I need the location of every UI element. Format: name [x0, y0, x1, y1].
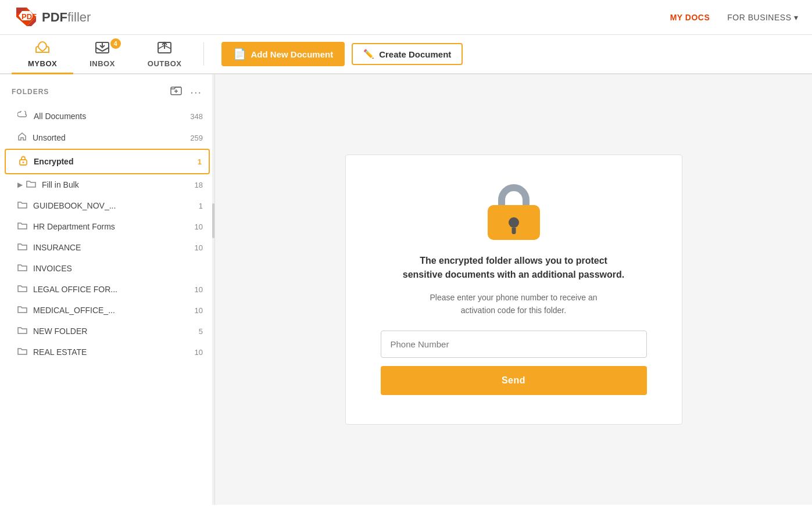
folder-item-guidebook[interactable]: GUIDEBOOK_NOV_... 1 — [0, 195, 214, 216]
add-folder-button[interactable] — [169, 84, 183, 100]
tab-divider — [203, 42, 204, 66]
nav-forbusiness[interactable]: FOR BUSINESS ▾ — [727, 13, 798, 22]
folder-name-encrypted: Encrypted — [34, 157, 198, 166]
folder-name-all-documents: All Documents — [34, 112, 190, 121]
keyhole-stem — [511, 228, 516, 234]
scrollbar-thumb[interactable] — [212, 203, 214, 238]
folder-name-real-estate: REAL ESTATE — [33, 347, 195, 357]
folder-icon-medical — [17, 305, 27, 315]
folder-count-encrypted: 1 — [198, 157, 202, 166]
svg-point-13 — [23, 162, 24, 163]
folder-count-real-estate: 10 — [195, 348, 203, 357]
tab-actions: 📄 Add New Document ✏️ Create Document — [221, 42, 463, 66]
folder-item-hr[interactable]: HR Department Forms 10 — [0, 216, 214, 237]
inbox-badge: 4 — [110, 38, 121, 49]
folder-icon-legal — [17, 284, 27, 295]
add-document-icon: 📄 — [233, 48, 246, 60]
nav-mydocs[interactable]: MY DOCS — [670, 13, 710, 22]
folder-count-new-folder: 5 — [199, 327, 203, 336]
folder-name-hr: HR Department Forms — [33, 222, 195, 231]
encrypted-card: The encrypted folder allows you to prote… — [345, 155, 682, 425]
send-button[interactable]: Send — [381, 366, 647, 395]
folder-item-invoices[interactable]: INVOICES — [0, 258, 214, 279]
folder-item-unsorted[interactable]: Unsorted 259 — [0, 127, 214, 149]
app-header: PDF PDFfiller MY DOCS FOR BUSINESS ▾ — [0, 0, 812, 35]
logo: PDF PDFfiller — [14, 5, 91, 30]
logo-icon: PDF — [14, 5, 38, 30]
encrypted-card-title: The encrypted folder allows you to prote… — [403, 254, 624, 282]
folder-name-guidebook: GUIDEBOOK_NOV_... — [33, 201, 199, 210]
folder-item-real-estate[interactable]: REAL ESTATE 10 — [0, 342, 214, 363]
content-area: The encrypted folder allows you to prote… — [215, 74, 812, 505]
more-options-button[interactable]: ··· — [189, 84, 203, 100]
folder-icon-new — [17, 326, 27, 336]
encrypted-card-subtitle: Please enter your phone number to receiv… — [430, 291, 598, 317]
folder-item-fill-in-bulk[interactable]: ▶ Fill in Bulk 18 — [0, 174, 214, 195]
folder-name-fill-in-bulk: Fill in Bulk — [42, 180, 195, 189]
folder-icon-insurance — [17, 242, 27, 253]
sidebar: FOLDERS ··· All Docum — [0, 74, 215, 505]
lock-body — [488, 205, 540, 240]
folder-icon-guidebook — [17, 200, 27, 211]
folder-count-fill-in-bulk: 18 — [195, 181, 203, 189]
tab-outbox-label: OUTBOX — [148, 59, 182, 68]
folder-name-legal: LEGAL OFFICE FOR... — [33, 285, 195, 294]
folder-count-guidebook: 1 — [199, 202, 203, 210]
folders-actions: ··· — [169, 84, 203, 100]
folder-icon-hr — [17, 221, 27, 232]
chevron-down-icon: ▾ — [794, 13, 799, 22]
scrollbar-track — [212, 74, 214, 505]
folders-title: FOLDERS — [12, 88, 49, 96]
folder-name-insurance: INSURANCE — [33, 243, 195, 252]
folder-name-invoices: INVOICES — [33, 264, 203, 273]
lock-keyhole — [509, 217, 519, 228]
tab-inbox[interactable]: 4 INBOX — [73, 35, 131, 74]
tab-inbox-label: INBOX — [90, 59, 115, 68]
tab-mybox-label: MYBOX — [28, 59, 57, 68]
logo-text: PDFfiller — [42, 10, 91, 25]
folder-count-all-documents: 348 — [190, 112, 203, 121]
main-layout: FOLDERS ··· All Docum — [0, 74, 812, 505]
folders-header: FOLDERS ··· — [0, 84, 214, 106]
folder-name-new-folder: NEW FOLDER — [33, 326, 199, 336]
folder-icon-invoices — [17, 263, 27, 274]
pencil-icon: ✏️ — [363, 49, 374, 59]
folder-item-insurance[interactable]: INSURANCE 10 — [0, 237, 214, 258]
tabs-bar: MYBOX 4 INBOX OUTBOX 📄 A — [0, 35, 812, 74]
folder-icon-fill — [26, 180, 36, 190]
folder-count-medical: 10 — [195, 306, 203, 315]
phone-number-input[interactable] — [381, 331, 647, 358]
home-icon — [17, 132, 27, 143]
header-nav: MY DOCS FOR BUSINESS ▾ — [670, 13, 798, 22]
outbox-icon — [156, 41, 173, 58]
tab-outbox[interactable]: OUTBOX — [131, 35, 198, 74]
create-document-button[interactable]: ✏️ Create Document — [352, 43, 463, 65]
folder-count-unsorted: 259 — [190, 134, 203, 142]
folder-name-unsorted: Unsorted — [33, 133, 190, 142]
cloud-icon — [17, 111, 28, 121]
lock-sidebar-icon — [19, 155, 28, 168]
folder-item-legal[interactable]: LEGAL OFFICE FOR... 10 — [0, 279, 214, 300]
folder-count-hr: 10 — [195, 223, 203, 231]
expand-icon: ▶ — [17, 181, 23, 189]
lock-icon-wrap — [488, 184, 540, 240]
folder-name-medical: MEDICAL_OFFICE_... — [33, 306, 195, 315]
folder-count-legal: 10 — [195, 285, 203, 294]
folder-item-encrypted[interactable]: Encrypted 1 — [5, 149, 210, 174]
mybox-icon — [34, 41, 51, 58]
folder-item-all-documents[interactable]: All Documents 348 — [0, 106, 214, 127]
folder-item-new-folder[interactable]: NEW FOLDER 5 — [0, 321, 214, 342]
tab-mybox[interactable]: MYBOX — [12, 35, 73, 74]
inbox-icon — [94, 41, 110, 58]
folder-item-medical[interactable]: MEDICAL_OFFICE_... 10 — [0, 300, 214, 321]
folder-icon-real-estate — [17, 347, 27, 357]
svg-text:PDF: PDF — [22, 12, 37, 21]
add-new-document-button[interactable]: 📄 Add New Document — [221, 42, 345, 66]
folder-count-insurance: 10 — [195, 243, 203, 252]
